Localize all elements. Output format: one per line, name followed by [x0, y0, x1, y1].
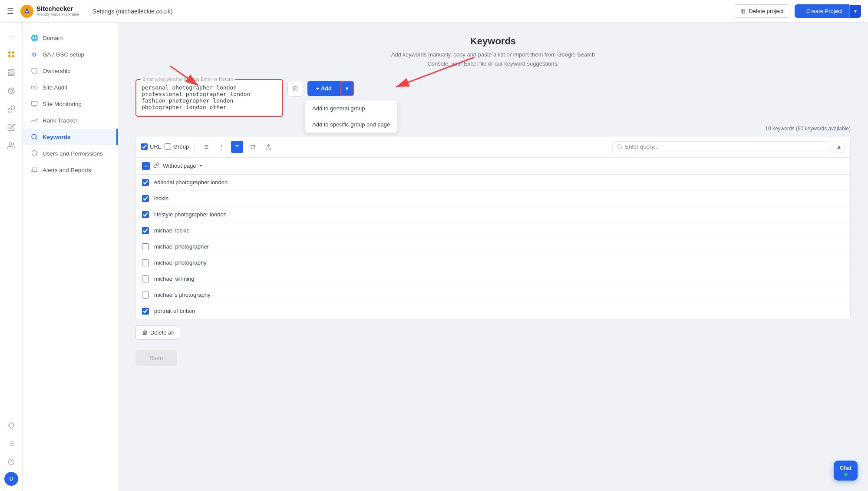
group-label: Group: [173, 143, 189, 150]
settings-nav-rank-tracker[interactable]: Rank Tracker: [23, 112, 118, 129]
settings-nav-ownership-label: Ownership: [43, 68, 71, 74]
keyword-checkbox-3[interactable]: [142, 211, 149, 218]
keywords-count: 10 keywords (90 keywords available): [135, 126, 851, 132]
icon-sidebar-bottom: U: [3, 417, 20, 486]
sidebar-icon-home[interactable]: ⌂: [3, 28, 20, 44]
add-dropdown-button[interactable]: ▾: [340, 81, 354, 96]
columns-icon-button[interactable]: [200, 141, 212, 153]
group-checkbox[interactable]: [165, 143, 171, 150]
settings-nav-rank-tracker-label: Rank Tracker: [43, 117, 77, 124]
keyword-text-8: michael's photography: [154, 292, 211, 298]
settings-nav-site-monitoring[interactable]: Site Monitoring: [23, 96, 118, 112]
collapse-button[interactable]: ▲: [833, 141, 845, 153]
ga-icon: G: [30, 50, 38, 58]
table-toolbar: URL Group ⋮ ▲: [135, 136, 851, 157]
users-permissions-icon: [30, 149, 38, 157]
keyword-checkbox-6[interactable]: [142, 259, 149, 266]
page-title: Keywords: [135, 36, 851, 47]
export-button[interactable]: [262, 141, 274, 153]
group-checkbox-label[interactable]: Group: [165, 143, 189, 150]
icon-sidebar: ⌂ U: [0, 23, 23, 491]
create-project-dropdown-button[interactable]: ▾: [849, 5, 861, 18]
chat-button[interactable]: Chat: [834, 461, 858, 481]
svg-rect-5: [8, 70, 14, 71]
svg-point-36: [618, 145, 621, 148]
keyword-text-9: portrait of britain: [154, 308, 195, 314]
app-name: Sitechecker: [36, 5, 79, 13]
keyword-checkbox-4[interactable]: [142, 227, 149, 234]
settings-nav-ga-gsc[interactable]: G GA / GSC setup: [23, 46, 118, 63]
sidebar-icon-team[interactable]: [3, 137, 20, 154]
svg-point-20: [33, 86, 35, 88]
collapse-group-button[interactable]: −: [142, 162, 150, 170]
sidebar-icon-star[interactable]: [3, 46, 20, 63]
alerts-reports-icon: [30, 166, 38, 174]
svg-point-8: [8, 88, 14, 94]
more-options-button[interactable]: ⋮: [215, 141, 228, 153]
keyword-checkbox-7[interactable]: [142, 275, 149, 282]
sidebar-icon-diamond[interactable]: [3, 417, 20, 434]
settings-nav-site-audit-label: Site Audit: [43, 84, 67, 91]
sidebar-icon-help[interactable]: [3, 454, 20, 470]
keyword-checkbox-8[interactable]: [142, 292, 149, 299]
delete-project-label: Delete project: [749, 8, 783, 14]
keywords-icon: [30, 133, 38, 141]
svg-marker-11: [8, 422, 14, 428]
sidebar-icon-list[interactable]: [3, 435, 20, 452]
settings-nav-keywords[interactable]: Keywords: [23, 129, 118, 145]
settings-nav-users-permissions[interactable]: Users and Permissions: [23, 145, 118, 162]
without-page-dropdown-arrow[interactable]: ▾: [200, 163, 202, 169]
keyword-text-1: editorial photographer london: [154, 179, 228, 186]
trash-icon: 🗑: [740, 8, 746, 14]
keyword-input-wrapper: Enter a keyword and press Enter or Retur…: [135, 79, 283, 117]
sidebar-icon-edit[interactable]: [3, 119, 20, 136]
keyword-checkbox-5[interactable]: [142, 243, 149, 250]
search-input-wrapper: [612, 141, 829, 152]
add-specific-group-item[interactable]: Add to specific group and page: [305, 116, 397, 133]
settings-nav-site-monitoring-label: Site Monitoring: [43, 101, 82, 107]
settings-nav-site-audit[interactable]: Site Audit: [23, 79, 118, 96]
keyword-row: lifestyle photographer london: [136, 207, 850, 223]
topnav: ☰ Sitechecker Proudly made in Ukraine Se…: [0, 0, 868, 23]
keyword-textarea[interactable]: personal photographer london professiona…: [136, 80, 282, 115]
delete-project-button[interactable]: 🗑 Delete project: [734, 4, 790, 18]
chat-online-indicator: [844, 473, 848, 476]
create-project-button[interactable]: + Create Project: [795, 4, 849, 18]
sidebar-icon-grid[interactable]: [3, 64, 20, 81]
settings-title: Settings (michaelleckie.co.uk): [92, 8, 173, 15]
settings-nav-domain[interactable]: 🌐 Domain: [23, 30, 118, 46]
settings-nav-ownership[interactable]: Ownership: [23, 63, 118, 79]
site-audit-icon: [30, 83, 38, 91]
sidebar-icon-link[interactable]: [3, 101, 20, 117]
search-icon: [617, 144, 623, 149]
settings-nav-alerts-reports[interactable]: Alerts and Reports: [23, 162, 118, 178]
filter-button[interactable]: [231, 141, 243, 153]
add-general-group-item[interactable]: Add to general group: [305, 100, 397, 116]
svg-point-10: [9, 143, 11, 145]
delete-all-label: Delete all: [150, 329, 174, 336]
rank-tracker-icon: [30, 116, 38, 124]
user-avatar[interactable]: U: [4, 472, 18, 486]
delete-all-button[interactable]: Delete all: [135, 325, 180, 340]
url-checkbox-label[interactable]: URL: [141, 143, 161, 150]
keywords-list: − Without page ▾ editorial photographer …: [135, 157, 851, 319]
add-button[interactable]: + Add: [307, 81, 340, 96]
keyword-text-6: michael photography: [154, 259, 207, 266]
delete-textarea-button[interactable]: [287, 81, 303, 96]
settings-nav-users-label: Users and Permissions: [43, 150, 103, 157]
keyword-checkbox-9[interactable]: [142, 308, 149, 315]
url-checkbox[interactable]: [141, 143, 148, 150]
delete-selected-button[interactable]: [247, 141, 259, 153]
without-page-label: Without page: [163, 163, 196, 169]
sidebar-icon-analytics[interactable]: [3, 83, 20, 99]
save-button[interactable]: Save: [135, 350, 177, 366]
hamburger-icon[interactable]: ☰: [7, 7, 14, 16]
settings-nav-alerts-label: Alerts and Reports: [43, 167, 91, 173]
link-page-icon: [153, 162, 159, 169]
search-input[interactable]: [625, 143, 825, 150]
page-subtitle: Add keywords manually, copy and paste a …: [380, 50, 606, 69]
settings-nav-keywords-label: Keywords: [43, 134, 71, 140]
logo: Sitechecker Proudly made in Ukraine: [20, 4, 79, 18]
keyword-checkbox-1[interactable]: [142, 179, 149, 186]
keyword-checkbox-2[interactable]: [142, 195, 149, 202]
